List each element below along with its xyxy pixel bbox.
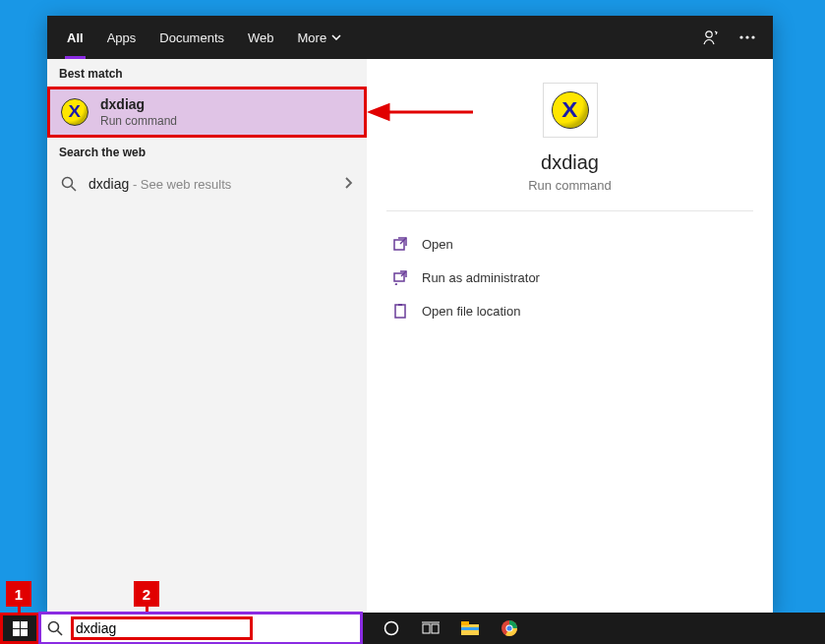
- search-input-highlight: [71, 616, 253, 640]
- detail-app-icon: X: [543, 83, 598, 138]
- svg-rect-14: [423, 624, 430, 633]
- web-result-suffix: - See web results: [129, 177, 231, 192]
- annotation-badge-2: 2: [134, 581, 159, 607]
- section-best-match: Best match: [47, 59, 367, 87]
- feedback-icon[interactable]: [692, 16, 730, 59]
- tab-documents[interactable]: Documents: [147, 16, 236, 59]
- taskbar: [0, 613, 825, 644]
- tab-more-label: More: [298, 30, 327, 45]
- start-search-panel: All Apps Documents Web More Best match X…: [47, 16, 773, 614]
- tab-more[interactable]: More: [286, 16, 354, 59]
- tab-all[interactable]: All: [55, 16, 95, 59]
- search-input[interactable]: [76, 620, 248, 636]
- web-result-query: dxdiag: [88, 176, 129, 192]
- action-open-loc-label: Open file location: [422, 304, 520, 319]
- chevron-down-icon: [331, 34, 341, 40]
- action-run-admin-label: Run as administrator: [422, 270, 540, 285]
- svg-rect-19: [461, 627, 479, 630]
- svg-point-3: [751, 35, 754, 38]
- section-search-web: Search the web: [47, 138, 367, 165]
- svg-point-0: [706, 31, 712, 37]
- dxdiag-app-icon: X: [61, 98, 88, 126]
- best-match-title: dxdiag: [100, 96, 177, 112]
- svg-line-7: [72, 187, 77, 192]
- action-run-as-admin[interactable]: Run as administrator: [386, 261, 753, 294]
- svg-point-1: [739, 35, 742, 38]
- ellipsis-menu-icon[interactable]: [730, 16, 765, 59]
- action-open-file-location[interactable]: Open file location: [386, 294, 753, 327]
- open-icon: [392, 236, 408, 252]
- results-list: Best match X dxdiag Run command Search t…: [47, 59, 367, 614]
- web-search-result[interactable]: dxdiag - See web results: [47, 165, 367, 203]
- search-filter-tabs: All Apps Documents Web More: [47, 16, 773, 59]
- svg-rect-15: [432, 624, 439, 633]
- svg-line-12: [58, 631, 63, 636]
- taskbar-search-box[interactable]: [39, 613, 362, 644]
- tab-apps[interactable]: Apps: [95, 16, 148, 59]
- best-match-result[interactable]: X dxdiag Run command: [47, 87, 367, 138]
- detail-subtitle: Run command: [386, 178, 753, 193]
- cortana-icon[interactable]: [382, 618, 401, 638]
- admin-shield-icon: [392, 269, 408, 285]
- best-match-subtitle: Run command: [100, 114, 177, 128]
- svg-rect-18: [461, 621, 469, 625]
- annotation-badge-1: 1: [6, 581, 31, 607]
- action-open[interactable]: Open: [386, 227, 753, 261]
- detail-title: dxdiag: [386, 151, 753, 174]
- folder-location-icon: [392, 303, 408, 319]
- svg-rect-10: [395, 305, 405, 318]
- file-explorer-icon[interactable]: [460, 618, 480, 638]
- search-icon: [47, 620, 63, 636]
- windows-logo-icon: [13, 621, 28, 636]
- action-open-label: Open: [422, 237, 453, 252]
- svg-point-13: [385, 622, 398, 635]
- chevron-right-icon: [345, 176, 353, 192]
- start-button[interactable]: [0, 613, 39, 644]
- svg-point-2: [745, 35, 748, 38]
- tab-web[interactable]: Web: [236, 16, 286, 59]
- svg-point-11: [49, 622, 59, 632]
- result-detail-pane: X dxdiag Run command Open Run as adminis…: [367, 59, 773, 614]
- task-view-icon[interactable]: [421, 618, 441, 638]
- search-icon: [61, 176, 77, 192]
- svg-point-6: [63, 178, 73, 188]
- chrome-icon[interactable]: [500, 618, 519, 638]
- svg-point-22: [506, 625, 511, 630]
